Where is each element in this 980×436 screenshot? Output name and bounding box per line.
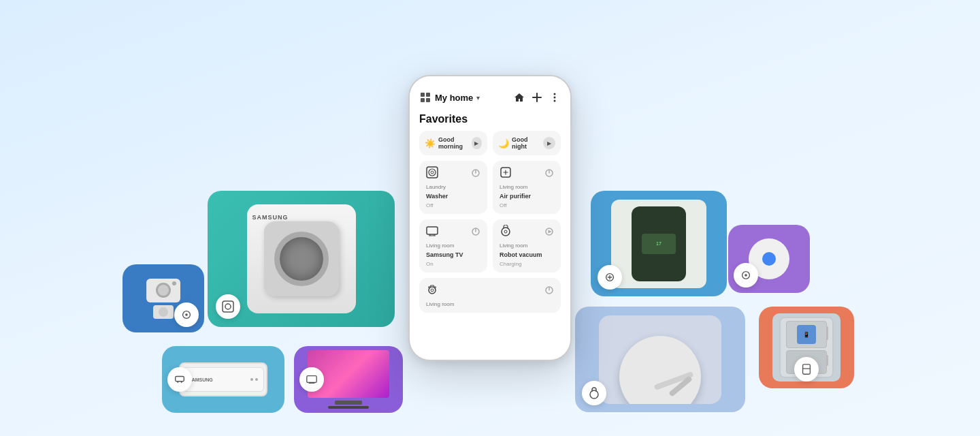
robot-play-icon[interactable]: [544, 227, 554, 238]
purifier-card-top: [500, 166, 554, 181]
purifier-name: Air purifier: [500, 193, 554, 200]
washer-device-icon: [426, 166, 438, 181]
fridge-card: 📱: [759, 307, 854, 388]
fridge-badge: [794, 357, 819, 382]
purifier-image: 17: [611, 200, 706, 288]
tv-power-icon[interactable]: [471, 227, 480, 238]
camera-partial-icon: [426, 283, 438, 298]
camera-room: Living room: [426, 301, 554, 307]
svg-rect-4: [176, 377, 184, 382]
svg-point-22: [429, 169, 436, 176]
camera-power-icon[interactable]: [544, 285, 554, 297]
washer-card: SAMSUNG: [208, 191, 395, 327]
morning-icon: ☀️: [425, 138, 436, 149]
washer-image: SAMSUNG: [247, 204, 356, 313]
air-purifier-device-card[interactable]: Living room Air purifier Off: [493, 161, 561, 214]
svg-point-40: [431, 289, 434, 292]
svg-point-18: [554, 93, 556, 95]
home-icon[interactable]: [513, 91, 525, 104]
washer-device-card[interactable]: Laundry Washer Off: [419, 161, 487, 214]
washer-badge: [216, 294, 240, 319]
night-icon: 🌙: [498, 138, 509, 149]
svg-point-8: [745, 274, 747, 277]
svg-point-20: [554, 100, 556, 102]
morning-play-btn[interactable]: ▶: [472, 137, 482, 149]
tv-base: [328, 406, 369, 409]
washer-card-top: [426, 166, 480, 181]
purifier-room: Living room: [500, 184, 554, 190]
night-label: Good night: [512, 136, 543, 150]
camera-badge: [174, 302, 199, 327]
google-badge: [734, 263, 758, 287]
purifier-power-icon[interactable]: [544, 168, 554, 180]
svg-point-23: [431, 171, 434, 174]
ac-badge: [167, 367, 192, 392]
purifier-device-icon: [500, 166, 512, 181]
header-icons: [513, 91, 561, 104]
svg-rect-29: [427, 227, 438, 234]
svg-rect-12: [421, 93, 425, 97]
good-night-scene[interactable]: 🌙 Good night ▶: [493, 131, 561, 155]
svg-point-1: [225, 304, 231, 309]
washer-status: Off: [426, 202, 480, 208]
more-options-icon[interactable]: [549, 91, 561, 104]
svg-rect-15: [426, 98, 430, 102]
robot-vacuum-card: [575, 307, 745, 412]
grid-icon[interactable]: [419, 91, 431, 104]
phone-mockup: My home ▾: [408, 75, 572, 361]
svg-rect-13: [426, 93, 430, 97]
tv-stand: [335, 401, 362, 405]
header-left: My home ▾: [419, 91, 480, 104]
robot-name: Robot vacuum: [500, 251, 554, 258]
phone-header: My home ▾: [410, 83, 570, 108]
svg-rect-10: [803, 364, 811, 374]
google-home-card: [728, 225, 810, 293]
scenes-row: ☀️ Good morning ▶ 🌙 Good night ▶: [410, 131, 570, 161]
tv-badge: [299, 367, 324, 392]
tv-status: On: [426, 261, 480, 267]
add-icon[interactable]: [531, 91, 543, 104]
washer-name: Washer: [426, 193, 480, 200]
camera-partial-card[interactable]: Living room: [419, 278, 561, 313]
bottom-partial: Living room: [410, 278, 570, 313]
svg-rect-5: [307, 376, 316, 383]
svg-rect-0: [223, 301, 233, 312]
robot-badge: [582, 381, 606, 405]
devices-grid: Laundry Washer Off Living room: [410, 161, 570, 278]
tv-card-top: [426, 225, 480, 240]
tv-name: Samsung TV: [426, 251, 480, 258]
robot-vacuum-device-card[interactable]: Living room Robot vacuum Charging: [493, 219, 561, 272]
night-play-btn[interactable]: ▶: [543, 137, 555, 149]
svg-rect-14: [421, 98, 425, 102]
svg-point-19: [554, 97, 556, 99]
tv-card: [294, 346, 403, 413]
svg-point-3: [185, 313, 188, 316]
home-title: My home: [435, 93, 473, 103]
svg-point-36: [504, 230, 507, 233]
svg-point-9: [590, 390, 598, 399]
chevron-down-icon[interactable]: ▾: [476, 94, 480, 102]
tv-room: Living room: [426, 243, 480, 249]
washer-power-icon[interactable]: [471, 168, 480, 180]
phone-screen: My home ▾: [410, 76, 570, 360]
status-bar: [410, 76, 570, 83]
svg-marker-38: [549, 230, 552, 233]
purifier-card: 17: [591, 191, 727, 296]
svg-point-35: [502, 228, 510, 236]
ac-card: SAMSUNG: [162, 346, 284, 413]
purifier-badge: [598, 265, 622, 290]
main-scene: SAMSUNG SAMSUN: [0, 0, 980, 436]
favorites-title: Favorites: [410, 108, 570, 131]
washer-room: Laundry: [426, 184, 480, 190]
robot-room: Living room: [500, 243, 554, 249]
robot-device-icon: [500, 225, 512, 240]
good-morning-scene[interactable]: ☀️ Good morning ▶: [419, 131, 487, 155]
morning-label: Good morning: [438, 136, 472, 150]
samsung-tv-device-card[interactable]: Living room Samsung TV On: [419, 219, 487, 272]
camera-card: [122, 264, 204, 332]
tv-device-icon: [426, 225, 438, 240]
camera-card-top: [426, 283, 554, 298]
samsung-logo: SAMSUNG: [252, 214, 289, 221]
robot-status: Charging: [500, 261, 554, 267]
purifier-status: Off: [500, 202, 554, 208]
